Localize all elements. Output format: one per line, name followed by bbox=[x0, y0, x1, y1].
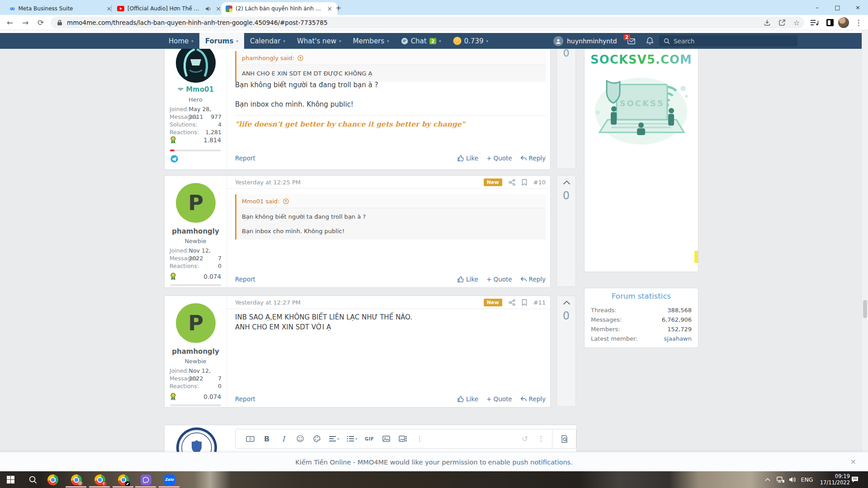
enable-push-link[interactable]: enable push notifications. bbox=[488, 459, 573, 466]
taskbar-zalo-icon[interactable]: Zalo bbox=[164, 474, 175, 485]
post-2-username[interactable]: phamhongly bbox=[165, 227, 226, 235]
editor-more-icon[interactable]: ⋮ bbox=[415, 435, 424, 443]
sidebar-ad[interactable]: SOCKSV5.COM SOCKS5 bbox=[584, 47, 698, 272]
nav-home[interactable]: Home▾ bbox=[163, 33, 199, 49]
nav-members[interactable]: Members▾ bbox=[347, 33, 395, 49]
latest-member-link[interactable]: sjaahawn bbox=[664, 334, 692, 343]
share-icon[interactable] bbox=[778, 19, 786, 26]
reload-button[interactable]: ⟳ bbox=[34, 16, 47, 29]
preview-button[interactable] bbox=[552, 429, 576, 448]
post-timestamp[interactable]: Yesterday at 12:25 PM bbox=[235, 179, 301, 186]
back-button[interactable]: ← bbox=[4, 16, 16, 29]
nav-conversations[interactable]: 2 bbox=[627, 38, 635, 46]
new-tab-button[interactable]: + bbox=[335, 4, 341, 12]
reply-button[interactable]: Reply bbox=[520, 395, 546, 403]
text-color-icon[interactable] bbox=[312, 435, 321, 442]
chevron-down-icon[interactable]: ▾ bbox=[339, 39, 341, 43]
start-button[interactable] bbox=[5, 474, 16, 485]
bookmark-icon[interactable] bbox=[522, 299, 527, 306]
telegram-icon[interactable] bbox=[170, 155, 178, 164]
tab-close-icon[interactable]: × bbox=[215, 5, 222, 12]
action-center-icon[interactable] bbox=[849, 471, 861, 488]
gallery-icon[interactable] bbox=[398, 436, 407, 442]
post-1-username[interactable]: Mmo01 bbox=[165, 85, 226, 94]
avatar[interactable]: P bbox=[176, 303, 216, 343]
playlist-extension-icon[interactable] bbox=[809, 17, 820, 28]
taskbar-chrome-icon[interactable] bbox=[47, 474, 58, 485]
tray-clock[interactable]: 09:19 17/11/2022 bbox=[820, 473, 850, 486]
share-post-icon[interactable] bbox=[509, 299, 515, 306]
search-input[interactable]: Search bbox=[659, 35, 797, 47]
like-button[interactable]: Like bbox=[458, 276, 478, 283]
quote-expand-icon[interactable] bbox=[283, 198, 289, 204]
tab-meta-business-suite[interactable]: ∞ Meta Business Suite × bbox=[5, 2, 117, 15]
chevron-down-icon[interactable]: ▾ bbox=[486, 39, 488, 43]
chevron-down-icon[interactable]: ▾ bbox=[439, 39, 441, 43]
nav-calendar[interactable]: Calendar▾ bbox=[244, 33, 291, 49]
nav-whats-new[interactable]: What's new▾ bbox=[291, 33, 347, 49]
like-button[interactable]: Like bbox=[458, 395, 478, 403]
upvote-chevron-icon[interactable] bbox=[563, 300, 571, 305]
gif-icon[interactable]: GIF bbox=[365, 436, 374, 441]
tab-close-icon[interactable]: × bbox=[326, 5, 333, 12]
chevron-down-icon[interactable]: ▾ bbox=[283, 39, 285, 43]
chevron-down-icon[interactable]: ▾ bbox=[387, 39, 389, 43]
smiley-icon[interactable]: ☺ bbox=[296, 434, 305, 443]
bookmark-icon[interactable] bbox=[522, 179, 527, 186]
report-link[interactable]: Report bbox=[235, 395, 255, 403]
tray-chevron-icon[interactable] bbox=[763, 471, 772, 488]
avatar[interactable] bbox=[176, 43, 216, 83]
reply-button[interactable]: Reply bbox=[520, 276, 546, 283]
tab-youtube[interactable]: [Official Audio] Hơn Thế Nữa × bbox=[113, 2, 226, 15]
nav-coins[interactable]: 0.739 ▾ bbox=[447, 33, 494, 49]
post-number[interactable]: #11 bbox=[533, 299, 546, 306]
nav-forums[interactable]: Forums▾ bbox=[199, 33, 244, 49]
tab-mmo4me-active[interactable]: (2) Lách bản quyền hình ảnh trên × bbox=[222, 2, 337, 15]
download-icon[interactable] bbox=[764, 19, 771, 26]
bookmark-star-icon[interactable]: ☆ bbox=[793, 19, 800, 27]
dark-reader-extension-icon[interactable] bbox=[825, 17, 835, 28]
quote-button[interactable]: + Quote bbox=[486, 276, 512, 283]
scrollbar-thumb[interactable] bbox=[863, 300, 867, 318]
chevron-down-icon[interactable]: ▾ bbox=[236, 39, 238, 43]
post-3-username[interactable]: phamhongly bbox=[165, 347, 226, 356]
browser-menu-icon[interactable]: ⋮ bbox=[854, 17, 863, 28]
page-scrollbar[interactable] bbox=[862, 30, 868, 471]
report-link[interactable]: Report bbox=[235, 155, 255, 162]
reply-button[interactable]: Reply bbox=[520, 155, 546, 162]
tray-language[interactable]: ENG bbox=[799, 471, 815, 488]
taskbar-chrome-profile3-icon[interactable] bbox=[118, 474, 129, 485]
avatar[interactable]: P bbox=[176, 183, 216, 223]
bbcode-money-icon[interactable]: 0 bbox=[245, 436, 255, 442]
italic-icon[interactable]: I bbox=[279, 435, 288, 443]
tray-volume-icon[interactable] bbox=[788, 471, 798, 488]
window-minimize-button[interactable]: – bbox=[807, 0, 827, 15]
taskbar-viber-icon[interactable] bbox=[140, 474, 151, 485]
quote-button[interactable]: + Quote bbox=[486, 395, 512, 403]
bold-icon[interactable]: B bbox=[262, 435, 271, 443]
forward-button[interactable]: → bbox=[19, 16, 32, 29]
editor-overflow-icon[interactable]: ⋮ bbox=[537, 435, 546, 443]
post-number[interactable]: #10 bbox=[533, 179, 546, 186]
undo-icon[interactable]: ↺ bbox=[520, 434, 529, 443]
taskbar-search-icon[interactable] bbox=[27, 474, 38, 485]
notification-close-icon[interactable]: × bbox=[850, 457, 856, 466]
post-timestamp[interactable]: Yesterday at 12:27 PM bbox=[235, 299, 301, 306]
report-link[interactable]: Report bbox=[235, 276, 255, 283]
quote-header[interactable]: phamhongly said: bbox=[236, 51, 546, 65]
share-post-icon[interactable] bbox=[509, 179, 515, 186]
upvote-chevron-icon[interactable] bbox=[563, 180, 571, 185]
address-bar[interactable]: mmo4me.com/threads/lach-ban-quyen-hinh-a… bbox=[51, 17, 804, 28]
quote-expand-icon[interactable] bbox=[297, 55, 303, 61]
align-icon[interactable]: ▾ bbox=[329, 436, 339, 441]
like-button[interactable]: Like bbox=[458, 155, 478, 162]
browser-profile-avatar[interactable] bbox=[837, 17, 850, 28]
chevron-down-icon[interactable]: ▾ bbox=[191, 39, 193, 43]
window-maximize-button[interactable]: □ bbox=[827, 0, 848, 15]
nav-account[interactable]: huynhminhyntd bbox=[553, 33, 617, 49]
quote-button[interactable]: + Quote bbox=[486, 155, 512, 162]
quote-header[interactable]: Mmo01 said: bbox=[236, 194, 546, 208]
image-icon[interactable] bbox=[382, 436, 391, 442]
nav-chat[interactable]: Chat 2 ▾ bbox=[395, 33, 447, 49]
taskbar-chrome-profile2-icon[interactable]: T bbox=[94, 474, 105, 485]
